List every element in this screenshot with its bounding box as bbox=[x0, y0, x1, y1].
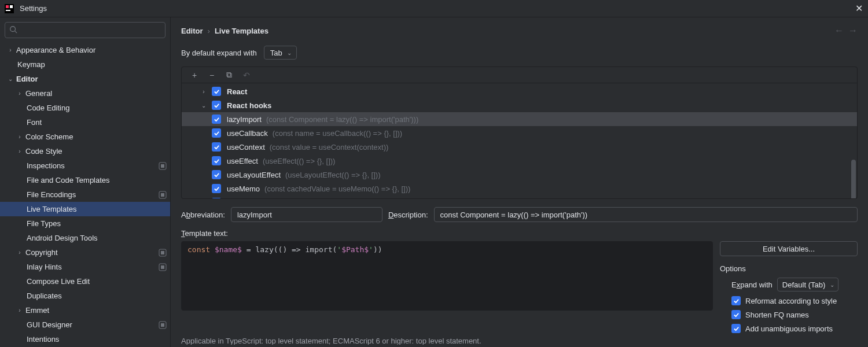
chevron-right-icon[interactable]: › bbox=[15, 90, 24, 97]
sidebar-item-copyright[interactable]: ›Copyright bbox=[0, 245, 170, 260]
expand-with-value: Default (Tab) bbox=[782, 280, 825, 289]
chevron-right-icon[interactable]: › bbox=[6, 47, 15, 53]
template-item-name: useCallback bbox=[227, 129, 268, 138]
template-item-usememo[interactable]: useMemo(const cachedValue = useMemo(() =… bbox=[182, 182, 857, 195]
sidebar-item-label: File Encodings bbox=[27, 190, 157, 199]
checkbox-checked-icon[interactable] bbox=[731, 324, 741, 333]
sidebar-item-code-editing[interactable]: Code Editing bbox=[0, 101, 170, 115]
sidebar-item-label: Font bbox=[27, 118, 170, 127]
code-end: )) bbox=[373, 245, 382, 254]
checkbox-checked-icon[interactable] bbox=[212, 128, 221, 138]
search-icon bbox=[9, 25, 17, 35]
description-input[interactable] bbox=[434, 207, 858, 222]
svg-rect-2 bbox=[10, 5, 13, 8]
sidebar-item-keymap[interactable]: Keymap bbox=[0, 57, 170, 72]
breadcrumb-live-templates: Live Templates bbox=[215, 27, 269, 35]
template-group-label: React hooks bbox=[227, 101, 271, 110]
sidebar-item-file-and-code-templates[interactable]: File and Code Templates bbox=[0, 173, 170, 187]
abbreviation-input[interactable] bbox=[231, 207, 382, 222]
checkbox-checked-icon[interactable] bbox=[212, 170, 221, 179]
template-item-usecallback[interactable]: useCallback(const name = useCallback(() … bbox=[182, 126, 857, 140]
template-item-usecontext[interactable]: useContext(const value = useContext(cont… bbox=[182, 140, 857, 154]
sidebar-item-live-templates[interactable]: Live Templates bbox=[0, 202, 170, 216]
checkbox-checked-icon[interactable] bbox=[731, 310, 741, 319]
duplicate-button[interactable]: ⧉ bbox=[225, 70, 234, 80]
code-mid: = lazy(() => import( bbox=[242, 245, 337, 254]
chevron-right-icon[interactable]: › bbox=[15, 249, 24, 256]
chevron-right-icon[interactable]: › bbox=[15, 148, 24, 154]
sidebar-item-general[interactable]: ›General bbox=[0, 86, 170, 101]
sidebar-item-font[interactable]: Font bbox=[0, 115, 170, 130]
chevron-right-icon[interactable]: › bbox=[15, 307, 24, 313]
checkbox-checked-icon[interactable] bbox=[731, 296, 741, 305]
chevron-right-icon[interactable]: › bbox=[199, 88, 208, 95]
option-reformat[interactable]: Reformat according to style bbox=[720, 296, 858, 305]
code-var-path: $Path$ bbox=[341, 245, 369, 254]
template-item-usereducer[interactable]: useReducer(const [state, dispatch] = use… bbox=[182, 195, 857, 198]
template-text-editor[interactable]: const $name$ = lazy(() => import('$Path$… bbox=[181, 241, 713, 311]
checkbox-checked-icon[interactable] bbox=[212, 142, 221, 152]
sidebar-item-gui-designer[interactable]: GUI Designer bbox=[0, 318, 170, 332]
chevron-right-icon[interactable]: › bbox=[15, 134, 24, 140]
template-item-lazyimport[interactable]: lazyImport(const Component = lazy(() => … bbox=[182, 112, 857, 126]
sidebar-item-file-encodings[interactable]: File Encodings bbox=[0, 187, 170, 202]
checkbox-checked-icon[interactable] bbox=[212, 87, 221, 96]
template-item-uselayouteffect[interactable]: useLayoutEffect(useLayoutEffect(() => {}… bbox=[182, 168, 857, 182]
sidebar-item-color-scheme[interactable]: ›Color Scheme bbox=[0, 130, 170, 144]
checkbox-checked-icon[interactable] bbox=[212, 184, 221, 193]
applicable-contexts[interactable]: Applicable in TypeScript: top level stat… bbox=[181, 337, 858, 345]
svg-rect-11 bbox=[161, 251, 164, 254]
template-group-react[interactable]: ›React bbox=[182, 84, 857, 98]
edit-variables-button[interactable]: Edit Variables... bbox=[720, 241, 858, 256]
close-icon[interactable]: ✕ bbox=[854, 4, 863, 13]
scrollbar-thumb[interactable] bbox=[851, 160, 856, 199]
default-expand-label: By default expand with bbox=[181, 49, 257, 57]
template-item-name: useLayoutEffect bbox=[227, 171, 281, 179]
sidebar-item-inlay-hints[interactable]: Inlay Hints bbox=[0, 260, 170, 274]
sidebar-item-duplicates[interactable]: Duplicates bbox=[0, 289, 170, 303]
sidebar-item-file-types[interactable]: File Types bbox=[0, 216, 170, 231]
sidebar-item-inspections[interactable]: Inspections bbox=[0, 158, 170, 173]
window-title: Settings bbox=[20, 4, 47, 13]
template-text-label: Template text: bbox=[181, 229, 858, 238]
code-var-name: $name$ bbox=[215, 245, 242, 254]
checkbox-checked-icon[interactable] bbox=[212, 101, 221, 110]
checkbox-checked-icon[interactable] bbox=[212, 198, 221, 198]
sidebar-item-label: Keymap bbox=[17, 60, 170, 69]
sidebar-item-label: Appearance & Behavior bbox=[16, 46, 170, 54]
checkbox-checked-icon[interactable] bbox=[212, 156, 221, 165]
checkbox-checked-icon[interactable] bbox=[212, 115, 221, 124]
settings-tree[interactable]: ›Appearance & BehaviorKeymap⌄Editor›Gene… bbox=[0, 43, 170, 347]
sidebar-item-code-style[interactable]: ›Code Style bbox=[0, 144, 170, 158]
remove-button[interactable]: − bbox=[207, 71, 216, 80]
nav-back-icon[interactable]: ← bbox=[834, 25, 844, 36]
option-shorten[interactable]: Shorten FQ names bbox=[720, 310, 858, 319]
sidebar-item-intentions[interactable]: Intentions bbox=[0, 332, 170, 346]
expand-with-select[interactable]: Default (Tab) ⌄ bbox=[777, 278, 838, 291]
chevron-down-icon[interactable]: ⌄ bbox=[6, 76, 15, 82]
templates-list[interactable]: ›React⌄React hookslazyImport(const Compo… bbox=[182, 83, 857, 198]
scope-indicator-icon bbox=[157, 248, 168, 258]
sidebar-item-label: Inspections bbox=[27, 161, 157, 170]
sidebar-item-label: General bbox=[25, 89, 170, 98]
template-item-desc: (const name = useCallback(() => {}, [])) bbox=[273, 129, 402, 138]
breadcrumb-editor[interactable]: Editor bbox=[181, 27, 203, 35]
sidebar-item-android-design-tools[interactable]: Android Design Tools bbox=[0, 231, 170, 245]
template-item-useeffect[interactable]: useEffect(useEffect(() => {}, [])) bbox=[182, 154, 857, 168]
template-group-react-hooks[interactable]: ⌄React hooks bbox=[182, 98, 857, 112]
search-input[interactable] bbox=[5, 22, 165, 38]
titlebar: Settings ✕ bbox=[0, 0, 868, 17]
sidebar-item-appearance-behavior[interactable]: ›Appearance & Behavior bbox=[0, 43, 170, 57]
svg-rect-13 bbox=[161, 265, 164, 269]
sidebar-item-editor[interactable]: ⌄Editor bbox=[0, 72, 170, 86]
add-button[interactable]: + bbox=[190, 71, 199, 80]
sidebar-item-emmet[interactable]: ›Emmet bbox=[0, 303, 170, 318]
templates-list-box: + − ⧉ ↶ ›React⌄React hookslazyImport(con… bbox=[181, 67, 858, 199]
option-unambiguous[interactable]: Add unambiguous imports bbox=[720, 324, 858, 333]
chevron-down-icon[interactable]: ⌄ bbox=[199, 102, 208, 109]
nav-forward-icon[interactable]: → bbox=[848, 25, 858, 36]
sidebar-item-compose-live-edit[interactable]: Compose Live Edit bbox=[0, 274, 170, 289]
svg-rect-7 bbox=[161, 164, 164, 168]
default-expand-select[interactable]: Tab ⌄ bbox=[264, 46, 297, 60]
description-label: Description: bbox=[388, 211, 428, 219]
